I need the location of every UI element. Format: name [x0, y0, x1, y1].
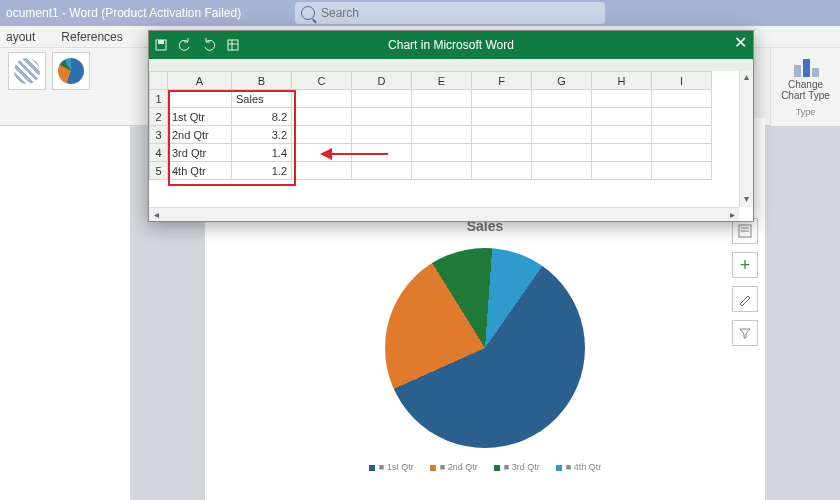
close-icon: ✕ [734, 34, 747, 51]
edit-data-icon [226, 38, 240, 52]
undo-icon [178, 38, 192, 52]
cell-A4[interactable]: 3rd Qtr [168, 144, 232, 162]
row-header-2[interactable]: 2 [150, 108, 168, 126]
cell-B3[interactable]: 3.2 [232, 126, 292, 144]
layout-options-icon [738, 224, 752, 238]
change-chart-type-button[interactable]: ChangeChart Type Type [770, 48, 840, 126]
cell-A3[interactable]: 2nd Qtr [168, 126, 232, 144]
save-button[interactable] [149, 33, 173, 57]
svg-rect-3 [228, 40, 238, 50]
filter-icon [738, 326, 752, 340]
cell-B4[interactable]: 1.4 [232, 144, 292, 162]
search-box[interactable] [295, 2, 605, 24]
window-title: ocument1 - Word (Product Activation Fail… [0, 6, 241, 20]
col-header-B[interactable]: B [232, 72, 292, 90]
cell-A2[interactable]: 1st Qtr [168, 108, 232, 126]
select-all-cell[interactable] [150, 72, 168, 90]
thumb-pie-icon [58, 58, 84, 84]
chart-data-toolbar [149, 59, 753, 71]
legend-item-4[interactable]: ■ 4th Qtr [556, 462, 601, 472]
chart-legend: ■ 1st Qtr ■ 2nd Qtr ■ 3rd Qtr ■ 4th Qtr [205, 462, 765, 472]
chart-styles-button[interactable] [732, 286, 758, 312]
close-button[interactable]: ✕ [734, 33, 747, 52]
col-header-C[interactable]: C [292, 72, 352, 90]
nav-thumbnails [0, 52, 135, 102]
col-header-G[interactable]: G [532, 72, 592, 90]
edit-data-button[interactable] [221, 33, 245, 57]
col-header-E[interactable]: E [412, 72, 472, 90]
undo-button[interactable] [173, 33, 197, 57]
chart-type-icon [792, 57, 820, 77]
change-chart-type-label: ChangeChart Type [781, 79, 830, 101]
scroll-left-icon[interactable]: ◂ [149, 209, 163, 220]
col-header-I[interactable]: I [652, 72, 712, 90]
scroll-up-icon[interactable]: ▴ [740, 71, 753, 85]
brush-icon [738, 292, 752, 306]
chart-data-window[interactable]: Chart in Microsoft Word ✕ A B C D E F G … [148, 30, 754, 222]
cell-A1[interactable] [168, 90, 232, 108]
chart-filters-button[interactable] [732, 320, 758, 346]
redo-icon [202, 38, 216, 52]
pie-chart[interactable] [385, 248, 585, 448]
cell-B2[interactable]: 8.2 [232, 108, 292, 126]
spreadsheet-grid[interactable]: A B C D E F G H I 1 Sales 2 1st Qtr 8.2 … [149, 71, 753, 221]
thumb-pattern-icon [14, 58, 40, 84]
cell-A5[interactable]: 4th Qtr [168, 162, 232, 180]
legend-item-1[interactable]: ■ 1st Qtr [369, 462, 414, 472]
col-header-A[interactable]: A [168, 72, 232, 90]
redo-button[interactable] [197, 33, 221, 57]
search-icon [301, 6, 315, 20]
col-header-D[interactable]: D [352, 72, 412, 90]
col-header-F[interactable]: F [472, 72, 532, 90]
chart-floating-buttons: + [732, 218, 758, 346]
chart-data-titlebar: Chart in Microsoft Word ✕ [149, 31, 753, 59]
svg-rect-2 [158, 40, 164, 44]
nav-thumb-2[interactable] [52, 52, 90, 90]
chart-elements-button[interactable]: + [732, 252, 758, 278]
row-header-4[interactable]: 4 [150, 144, 168, 162]
horizontal-scrollbar[interactable]: ◂ ▸ [149, 207, 739, 221]
cell-B5[interactable]: 1.2 [232, 162, 292, 180]
scroll-down-icon[interactable]: ▾ [740, 193, 753, 207]
plus-icon: + [740, 256, 751, 274]
row-header-1[interactable]: 1 [150, 90, 168, 108]
row-header-5[interactable]: 5 [150, 162, 168, 180]
nav-thumb-1[interactable] [8, 52, 46, 90]
ribbon-tab-references[interactable]: References [61, 30, 122, 44]
ribbon-group-name: Type [796, 107, 816, 117]
cell-C1[interactable] [292, 90, 352, 108]
save-icon [154, 38, 168, 52]
row-header-3[interactable]: 3 [150, 126, 168, 144]
cell-B1[interactable]: Sales [232, 90, 292, 108]
vertical-scrollbar[interactable]: ▴ ▾ [739, 71, 753, 207]
col-header-H[interactable]: H [592, 72, 652, 90]
legend-item-2[interactable]: ■ 2nd Qtr [430, 462, 478, 472]
annotation-arrow [320, 148, 388, 160]
ribbon-tab-layout[interactable]: ayout [6, 30, 35, 44]
legend-item-3[interactable]: ■ 3rd Qtr [494, 462, 540, 472]
search-input[interactable] [321, 6, 571, 20]
scroll-right-icon[interactable]: ▸ [725, 209, 739, 220]
